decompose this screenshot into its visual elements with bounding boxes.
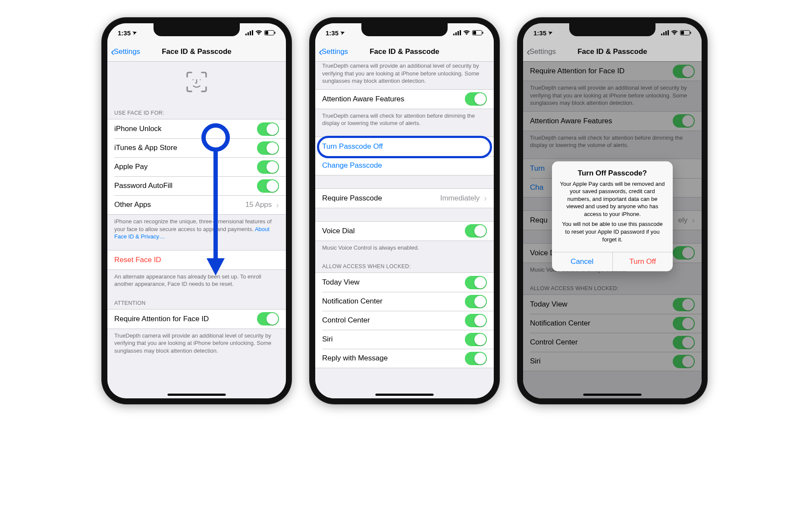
svg-rect-17 [473, 31, 476, 34]
row-label: Notification Center [322, 297, 383, 306]
back-label: Settings [530, 47, 556, 56]
status-time: 1:35 [326, 29, 339, 37]
toggle-on[interactable] [257, 160, 279, 174]
toggle-on[interactable] [465, 224, 487, 238]
row-label: Voice Dial [322, 227, 355, 235]
row-require-attention[interactable]: Require Attention for Face ID [107, 310, 286, 329]
row-applepay[interactable]: Apple Pay [107, 157, 286, 176]
svg-rect-6 [275, 31, 276, 34]
row-label: Turn Passcode Off [322, 142, 383, 151]
back-button[interactable]: ‹ Settings [107, 46, 140, 57]
notch [154, 23, 240, 36]
status-time: 1:35 [533, 29, 546, 37]
footer-reset: An alternate appearance has already been… [107, 270, 286, 292]
notch [361, 23, 448, 36]
nav-bar: ‹ Settings Face ID & Passcode [107, 42, 286, 62]
toggle-on[interactable] [465, 314, 487, 327]
row-label: Siri [322, 335, 333, 344]
wifi-icon [463, 29, 470, 37]
chevron-right-icon: › [484, 193, 487, 203]
row-other-apps[interactable]: Other Apps 15 Apps › [107, 195, 286, 214]
row-label: Other Apps [114, 200, 151, 209]
svg-rect-2 [250, 31, 251, 35]
row-label: Apple Pay [114, 163, 148, 171]
row-label: Change Passcode [322, 161, 382, 170]
cellular-icon [453, 29, 461, 37]
toggle-on[interactable] [257, 312, 279, 325]
back-label: Settings [322, 47, 348, 56]
svg-rect-25 [690, 31, 691, 34]
toggle-on[interactable] [465, 276, 487, 289]
battery-icon [472, 29, 483, 37]
row-voice-dial[interactable]: Voice Dial [315, 222, 494, 241]
alert-dialog: Turn Off Passcode? Your Apple Pay cards … [552, 161, 673, 271]
svg-point-7 [192, 79, 194, 80]
alert-message: Your Apple Pay cards will be removed and… [560, 180, 665, 243]
row-label: Reset Face ID [114, 256, 161, 264]
location-icon: ➤ [339, 29, 345, 37]
svg-rect-13 [455, 32, 457, 35]
notch [569, 23, 655, 36]
row-label: iTunes & App Store [114, 144, 177, 152]
row-autofill[interactable]: Password AutoFill [107, 176, 286, 195]
battery-icon [264, 29, 276, 37]
location-icon: ➤ [547, 29, 553, 37]
svg-point-8 [200, 79, 201, 80]
settings-scroll[interactable]: TrueDepth camera will provide an additio… [315, 61, 494, 398]
wifi-icon [255, 29, 262, 37]
svg-rect-19 [661, 34, 662, 35]
status-time: 1:35 [118, 29, 131, 37]
row-value: 15 Apps [245, 200, 273, 209]
location-icon: ➤ [132, 29, 138, 37]
cellular-icon [245, 29, 253, 37]
row-turn-passcode-off[interactable]: Turn Passcode Off [315, 137, 494, 156]
footer-attention: TrueDepth camera will provide an additio… [107, 329, 286, 359]
toggle-on[interactable] [257, 179, 279, 193]
footer-use-faceid: iPhone can recognize the unique, three-d… [107, 215, 286, 245]
row-label: Attention Aware Features [322, 95, 404, 103]
svg-rect-3 [252, 30, 253, 35]
svg-rect-0 [245, 34, 247, 35]
row-label: Reply with Message [322, 354, 388, 363]
row-label: Today View [322, 278, 360, 287]
footer-aware: TrueDepth camera will check for attentio… [315, 109, 494, 131]
row-today-view[interactable]: Today View [315, 273, 494, 292]
row-label: iPhone Unlock [114, 125, 162, 133]
row-notification-center[interactable]: Notification Center [315, 292, 494, 311]
svg-rect-15 [460, 30, 461, 35]
row-change-passcode[interactable]: Change Passcode [315, 156, 494, 175]
toggle-on[interactable] [257, 141, 279, 155]
settings-scroll[interactable]: USE FACE ID FOR: iPhone Unlock iTunes & … [107, 61, 286, 398]
svg-rect-22 [668, 30, 669, 35]
row-reply-message[interactable]: Reply with Message [315, 349, 494, 368]
home-indicator[interactable] [376, 394, 434, 396]
nav-bar: ‹ Settings Face ID & Passcode [315, 42, 494, 62]
row-attention-aware[interactable]: Attention Aware Features [315, 90, 494, 109]
home-indicator[interactable] [168, 394, 226, 396]
phone-frame-1: 1:35 ➤ ‹ Settings Face ID & Passcode [101, 17, 292, 404]
alert-turnoff-button[interactable]: Turn Off [612, 252, 673, 271]
row-iphone-unlock[interactable]: iPhone Unlock [107, 119, 286, 138]
toggle-on[interactable] [257, 122, 279, 136]
row-siri[interactable]: Siri [315, 330, 494, 349]
home-indicator[interactable] [583, 394, 642, 396]
back-button[interactable]: ‹ Settings [315, 46, 348, 57]
cellular-icon [661, 29, 669, 37]
toggle-on[interactable] [465, 352, 487, 365]
row-control-center[interactable]: Control Center [315, 311, 494, 330]
row-label: Require Passcode [322, 194, 382, 203]
footer-voice: Music Voice Control is always enabled. [315, 241, 494, 256]
svg-rect-5 [265, 31, 268, 34]
toggle-on[interactable] [465, 92, 487, 106]
section-allow-locked: ALLOW ACCESS WHEN LOCKED: [315, 256, 494, 272]
row-value: Immediately [440, 194, 482, 203]
battery-icon [680, 29, 691, 37]
toggle-on[interactable] [465, 295, 487, 308]
alert-cancel-button[interactable]: Cancel [552, 252, 612, 271]
toggle-on[interactable] [465, 333, 487, 346]
phone-frame-2: 1:35 ➤ ‹ Settings Face ID & Passcode Tru… [309, 17, 500, 404]
svg-rect-14 [458, 31, 459, 35]
row-require-passcode[interactable]: Require Passcode Immediately › [315, 189, 494, 208]
row-reset-faceid[interactable]: Reset Face ID [107, 250, 286, 269]
row-itunes[interactable]: iTunes & App Store [107, 138, 286, 157]
